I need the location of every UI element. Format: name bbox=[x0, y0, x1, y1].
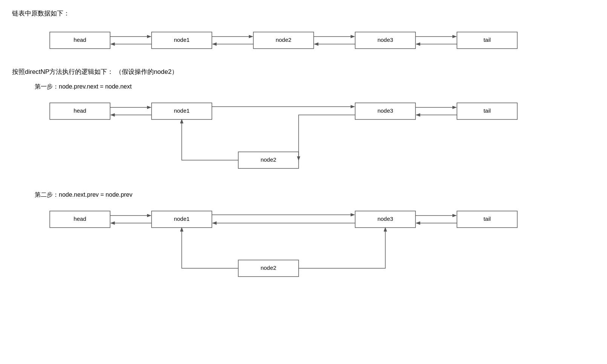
node-node1-2: node1 bbox=[174, 107, 190, 114]
node-node3-2: node3 bbox=[377, 107, 393, 114]
node-tail-1: tail bbox=[483, 37, 491, 43]
node-node2-3: node2 bbox=[261, 265, 276, 271]
node-tail-2: tail bbox=[483, 107, 491, 114]
node-head-1: head bbox=[74, 37, 86, 43]
diagram3: head node1 node3 tail node2 bbox=[12, 203, 595, 288]
node-node3-3: node3 bbox=[377, 216, 393, 222]
section-title: 链表中原数据如下： bbox=[12, 9, 595, 18]
node-node3-1: node3 bbox=[377, 37, 393, 43]
node-node1-3: node1 bbox=[174, 216, 190, 222]
diagram1: head node1 node2 node3 tail bbox=[12, 24, 595, 56]
node-node2-2: node2 bbox=[261, 156, 276, 163]
step-intro: 按照directNP方法执行的逻辑如下： （假设操作的node2） bbox=[12, 67, 595, 76]
node-head-3: head bbox=[74, 216, 86, 222]
node-node2-1: node2 bbox=[276, 37, 291, 43]
diagram2: head node1 node3 tail node2 bbox=[12, 95, 595, 180]
node-head-2: head bbox=[74, 107, 86, 114]
step2-label: 第二步：node.next.prev = node.prev bbox=[35, 191, 595, 199]
node-tail-3: tail bbox=[483, 216, 491, 222]
step1-label: 第一步：node.prev.next = node.next bbox=[35, 83, 595, 91]
node-node1-1: node1 bbox=[174, 37, 190, 43]
